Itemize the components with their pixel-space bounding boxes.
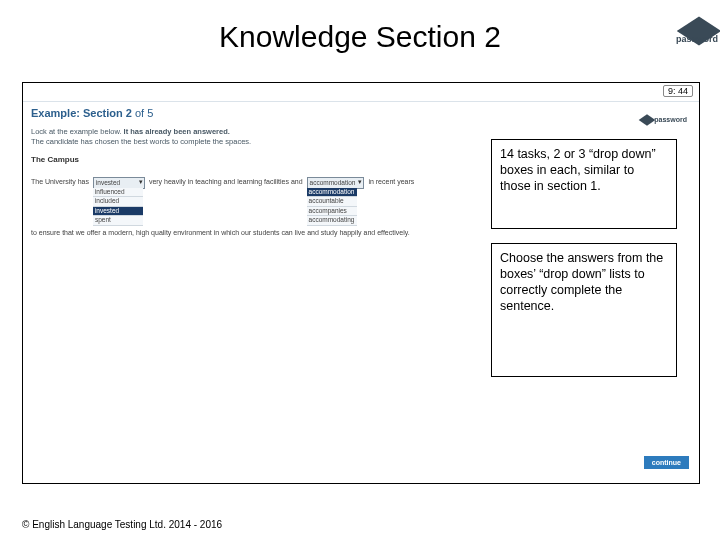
- dropdown-1-opt[interactable]: spent: [93, 216, 143, 225]
- gap-sentence-1: The University has invested influenced i…: [31, 177, 469, 189]
- callout-1: 14 tasks, 2 or 3 “drop down” boxes in ea…: [491, 139, 677, 229]
- dropdown-2-opt[interactable]: accommodating: [307, 216, 357, 225]
- dropdown-2-opt[interactable]: accountable: [307, 197, 357, 206]
- app-logo-small: password: [642, 115, 687, 125]
- instr-line1b: It has already been answered.: [124, 127, 230, 136]
- slide: Knowledge Section 2 password 9: 44 Examp…: [0, 0, 720, 540]
- callout-2: Choose the answers from the boxes’ “drop…: [491, 243, 677, 377]
- logo-word: password: [676, 34, 718, 44]
- dropdown-2-opt[interactable]: accompanies: [307, 207, 357, 216]
- app-logo-small-text: password: [654, 116, 687, 123]
- app-screenshot: 9: 44 Example: Section 2 of 5 Lock at th…: [22, 82, 700, 484]
- app-topbar: 9: 44: [23, 83, 699, 102]
- task-title: The Campus: [31, 155, 79, 164]
- logo-top: password: [658, 16, 720, 56]
- dropdown-2-options[interactable]: accommodation accountable accompanies ac…: [307, 188, 357, 226]
- page-title: Knowledge Section 2: [0, 20, 720, 54]
- section-heading: Example: Section 2 of 5: [31, 107, 153, 119]
- dropdown-2-opt[interactable]: accommodation: [307, 188, 357, 197]
- section-heading-post: of 5: [132, 107, 153, 119]
- dropdown-1[interactable]: invested influenced included invested sp…: [93, 177, 145, 189]
- instr-line2: The candidate has chosen the best words …: [31, 137, 251, 146]
- section-heading-pre: Example: Section: [31, 107, 126, 119]
- dropdown-1-opt[interactable]: influenced: [93, 188, 143, 197]
- sent-part-a: The University has: [31, 178, 89, 185]
- copyright-footer: © English Language Testing Ltd. 2014 - 2…: [22, 519, 222, 530]
- dropdown-1-options[interactable]: influenced included invested spent: [93, 188, 143, 226]
- gap-sentence-1-cont: to ensure that we offer a modern, high q…: [31, 229, 469, 236]
- section-instructions: Lock at the example below. It has alread…: [31, 127, 251, 147]
- instr-line1a: Lock at the example below.: [31, 127, 124, 136]
- dropdown-1-opt[interactable]: included: [93, 197, 143, 206]
- dropdown-1-opt[interactable]: invested: [93, 207, 143, 216]
- timer-display: 9: 44: [663, 85, 693, 97]
- sent-part-b: very heavily in teaching and learning fa…: [149, 178, 303, 185]
- dropdown-2[interactable]: accommodation accommodation accountable …: [307, 177, 365, 189]
- sent-part-c: in recent years: [368, 178, 414, 185]
- continue-button[interactable]: continue: [644, 456, 689, 469]
